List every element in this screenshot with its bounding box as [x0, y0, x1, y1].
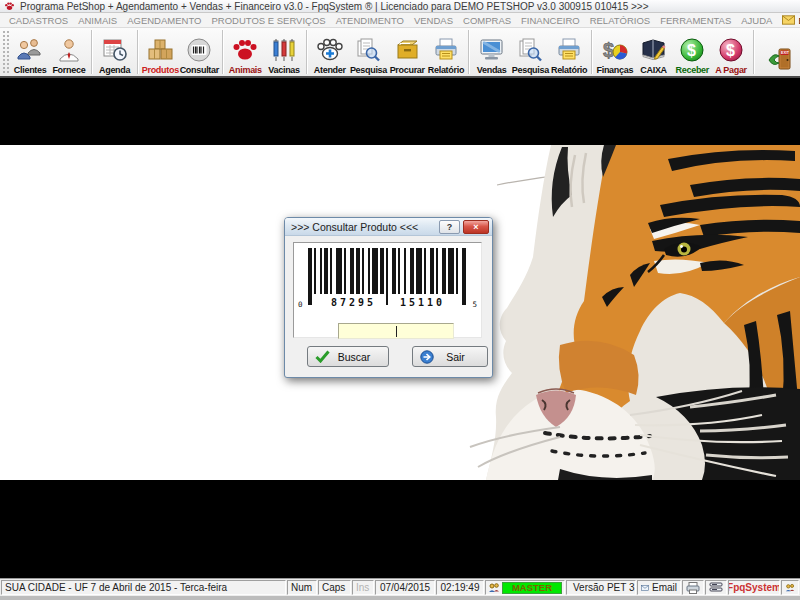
toolbar-separator — [222, 30, 223, 74]
barcode-left-digits: 87295 — [323, 296, 384, 309]
dollar-green-icon: $ — [679, 35, 705, 65]
barcode-panel: 0 87295 15110 5 — [293, 242, 482, 338]
status-num-lock: Num — [287, 580, 317, 595]
menu-item-financeiro[interactable]: FINANCEIRO — [516, 15, 585, 26]
sair-button[interactable]: Sair — [412, 346, 488, 367]
toolbar-separator — [306, 30, 307, 74]
menu-item-agendamento[interactable]: AGENDAMENTO — [122, 15, 206, 26]
status-email[interactable]: Email — [637, 580, 681, 595]
text-caret — [396, 326, 397, 337]
paw-plus-icon — [316, 35, 344, 65]
toolbar-button-produtos[interactable]: Produtos — [141, 29, 180, 75]
menu-item-produtos-servicos[interactable]: PRODUTOS E SERVIÇOS — [206, 15, 330, 26]
dialog-close-button[interactable]: × — [463, 220, 489, 234]
toolbar-button-receber[interactable]: $ Receber — [673, 29, 712, 75]
calendar-icon — [102, 35, 128, 65]
toolbar-drag-handle[interactable] — [2, 30, 9, 74]
toolbar-button-sair[interactable]: EXIT — [761, 29, 800, 75]
menu-item-relatorios[interactable]: RELATÓRIOS — [585, 15, 656, 26]
search-docs-icon — [517, 35, 543, 65]
status-bar: SUA CIDADE - UF 7 de Abril de 2015 - Ter… — [0, 578, 800, 596]
syringes-icon — [271, 35, 297, 65]
toolbar-button-label: Vacinas — [268, 65, 299, 75]
dialog-body: 0 87295 15110 5 Buscar — [285, 236, 492, 377]
dollar-red-icon: $ — [718, 35, 744, 65]
menu-item-atendimento[interactable]: ATENDIMENTO — [331, 15, 409, 26]
menu-item-ajuda[interactable]: AJUDA — [736, 15, 777, 26]
toolbar-button-vendas[interactable]: Vendas — [472, 29, 511, 75]
toolbar-button-pesquisa-vendas[interactable]: Pesquisa — [511, 29, 550, 75]
toolbar-separator — [591, 30, 592, 74]
toolbar-button-fornece[interactable]: Fornece — [50, 29, 89, 75]
toolbar-button-label: Relatório — [551, 65, 587, 75]
toolbar-button-animais[interactable]: Animais — [226, 29, 265, 75]
toolbar-button-label: Receber — [676, 65, 709, 75]
toolbar-button-caixa[interactable]: CAIXA — [634, 29, 673, 75]
toolbar-button-label: Clientes — [14, 65, 47, 75]
toolbar-separator — [91, 30, 92, 74]
toolbar-button-label: A Pagar — [715, 65, 747, 75]
status-brand: FpqSystem — [728, 580, 780, 595]
status-network[interactable] — [705, 580, 727, 595]
toolbar-button-relatorio-atendimento[interactable]: Relatório — [427, 29, 466, 75]
toolbar-button-label: Pesquisa — [350, 65, 387, 75]
toolbar-button-label: Procurar — [390, 65, 425, 75]
toolbar-button-label: CAIXA — [640, 65, 667, 75]
barcode-image: 0 87295 15110 5 — [308, 248, 468, 312]
app-window: Programa PetShop + Agendamento + Vendas … — [0, 0, 800, 600]
toolbar-button-consultar[interactable]: Consultar — [180, 29, 219, 75]
toolbar-separator — [753, 30, 754, 74]
toolbar-button-atender[interactable]: Atender — [310, 29, 349, 75]
toolbar-separator — [468, 30, 469, 74]
status-caps-lock: Caps — [318, 580, 351, 595]
menu-item-ferramentas[interactable]: FERRAMENTAS — [655, 15, 736, 26]
printer-icon — [686, 582, 700, 594]
menu-item-compras[interactable]: COMPRAS — [458, 15, 516, 26]
window-titlebar[interactable]: Programa PetShop + Agendamento + Vendas … — [0, 0, 800, 13]
status-location: SUA CIDADE - UF 7 de Abril de 2015 - Ter… — [1, 580, 286, 595]
toolbar-button-label: Finanças — [597, 65, 634, 75]
barcode-check-digit: 5 — [472, 300, 477, 309]
svg-text:$: $ — [603, 39, 614, 61]
toolbar-button-agenda[interactable]: Agenda — [95, 29, 134, 75]
toolbar-button-procurar[interactable]: Procurar — [388, 29, 427, 75]
dialog-titlebar[interactable]: >>> Consultar Produto <<< ? × — [285, 218, 492, 236]
search-docs-icon — [355, 35, 381, 65]
menu-item-cadastros[interactable]: CADASTROS — [4, 15, 73, 26]
envelope-icon — [782, 15, 795, 25]
barcode-input[interactable] — [338, 323, 454, 339]
boxes-icon — [147, 35, 174, 65]
menu-item-email[interactable]: E-MAIL — [777, 15, 800, 26]
toolbar-button-relatorio-vendas[interactable]: Relatório — [550, 29, 589, 75]
svg-text:$: $ — [687, 42, 696, 59]
toolbar-button-pesquisa-atendimento[interactable]: Pesquisa — [349, 29, 388, 75]
printer-report-icon — [556, 35, 582, 65]
toolbar-button-financas[interactable]: $ Finanças — [595, 29, 634, 75]
check-icon — [315, 350, 330, 363]
status-date: 07/04/2015 — [375, 580, 435, 595]
status-user-panel: MASTER — [485, 580, 565, 595]
menu-item-animais[interactable]: ANIMAIS — [73, 15, 122, 26]
ledger-pencil-icon — [640, 35, 667, 65]
toolbar-button-label: Vendas — [477, 65, 507, 75]
toolbar-button-a-pagar[interactable]: $ A Pagar — [712, 29, 751, 75]
status-insert: Ins — [352, 580, 374, 595]
toolbar-button-label: Produtos — [142, 65, 179, 75]
window-bottom-edge — [0, 596, 800, 600]
buscar-button[interactable]: Buscar — [307, 346, 389, 367]
dollar-pie-icon: $ — [601, 35, 629, 65]
menu-item-vendas[interactable]: VENDAS — [409, 15, 458, 26]
status-version: Versão PET 3.0 — [566, 580, 636, 595]
barcode-circle-icon — [186, 35, 212, 65]
paw-icon — [231, 35, 259, 65]
dialog-help-button[interactable]: ? — [439, 220, 460, 234]
status-printer[interactable] — [682, 580, 704, 595]
svg-text:EXIT: EXIT — [781, 51, 790, 55]
toolbar-button-clientes[interactable]: Clientes — [11, 29, 50, 75]
toolbar-separator — [137, 30, 138, 74]
status-user-badge: MASTER — [502, 582, 562, 594]
toolbar-button-vacinas[interactable]: Vacinas — [265, 29, 304, 75]
client-area: >>> Consultar Produto <<< ? × 0 87295 15… — [0, 78, 800, 578]
toolbar-button-label: Animais — [229, 65, 262, 75]
network-icon — [709, 582, 723, 593]
